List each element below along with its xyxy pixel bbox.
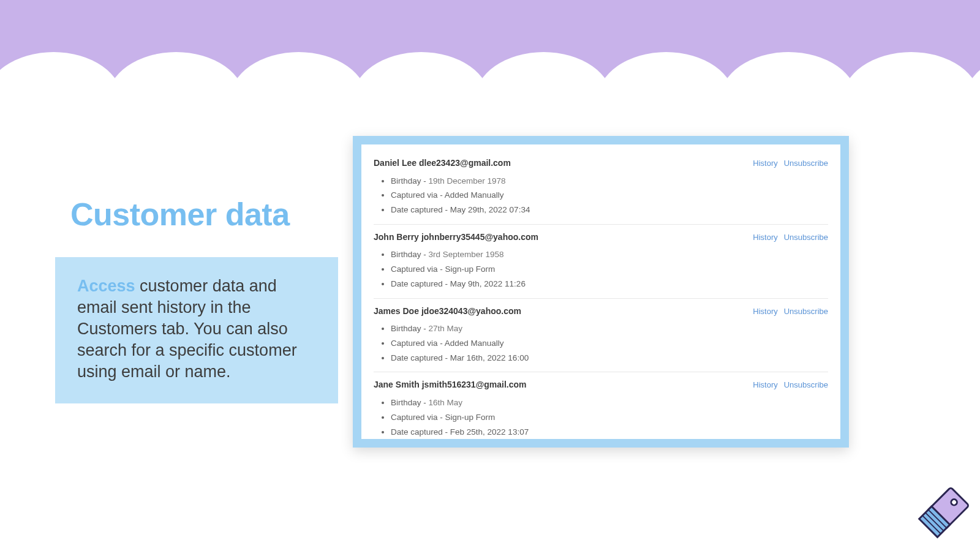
customer-birthday: Birthday - 19th December 1978	[391, 174, 828, 189]
customer-date-captured: Date captured - May 9th, 2022 11:26	[391, 277, 828, 292]
customer-date-captured: Date captured - Feb 25th, 2022 13:07	[391, 425, 828, 439]
customer-identity: John Berryjohnberry35445@yahoo.com	[374, 232, 538, 242]
unsubscribe-link[interactable]: Unsubscribe	[784, 307, 828, 316]
customer-list: Daniel Leedlee23423@gmail.comHistoryUnsu…	[361, 144, 840, 439]
customer-row: John Berryjohnberry35445@yahoo.comHistor…	[374, 225, 828, 299]
customer-email: jdoe324043@yahoo.com	[421, 306, 521, 316]
customer-captured-via: Captured via - Added Manually	[391, 336, 828, 351]
customer-date-captured: Date captured - May 29th, 2022 07:34	[391, 203, 828, 218]
price-tag-icon	[914, 484, 973, 542]
decorative-scallop-band	[0, 0, 980, 95]
customer-row: Jane Smithjsmith516231@gmail.comHistoryU…	[374, 372, 828, 439]
customer-captured-via: Captured via - Sign-up Form	[391, 410, 828, 425]
customer-name: Jane Smith	[374, 380, 420, 389]
page-title: Customer data	[70, 196, 290, 233]
unsubscribe-link[interactable]: Unsubscribe	[784, 380, 828, 389]
history-link[interactable]: History	[753, 307, 777, 316]
customer-row: James Doejdoe324043@yahoo.comHistoryUnsu…	[374, 299, 828, 373]
customer-email: johnberry35445@yahoo.com	[421, 232, 538, 242]
description-box: Access customer data and email sent hist…	[55, 257, 338, 403]
customer-birthday: Birthday - 3rd September 1958	[391, 248, 828, 263]
customer-date-captured: Date captured - Mar 16th, 2022 16:00	[391, 351, 828, 365]
customer-name: John Berry	[374, 232, 419, 242]
history-link[interactable]: History	[753, 159, 777, 168]
customer-row: Daniel Leedlee23423@gmail.comHistoryUnsu…	[374, 151, 828, 225]
customer-list-panel: Daniel Leedlee23423@gmail.comHistoryUnsu…	[353, 136, 849, 448]
customer-actions: HistoryUnsubscribe	[747, 159, 828, 168]
history-link[interactable]: History	[753, 233, 777, 242]
description-highlight: Access	[77, 277, 135, 295]
customer-actions: HistoryUnsubscribe	[747, 380, 828, 389]
customer-captured-via: Captured via - Added Manually	[391, 189, 828, 203]
customer-actions: HistoryUnsubscribe	[747, 307, 828, 316]
unsubscribe-link[interactable]: Unsubscribe	[784, 159, 828, 168]
unsubscribe-link[interactable]: Unsubscribe	[784, 233, 828, 242]
customer-birthday: Birthday - 27th May	[391, 322, 828, 337]
customer-name: Daniel Lee	[374, 158, 417, 168]
customer-email: dlee23423@gmail.com	[419, 158, 511, 168]
history-link[interactable]: History	[753, 380, 777, 389]
customer-identity: James Doejdoe324043@yahoo.com	[374, 306, 521, 316]
customer-identity: Jane Smithjsmith516231@gmail.com	[374, 380, 527, 389]
customer-name: James Doe	[374, 306, 419, 316]
customer-identity: Daniel Leedlee23423@gmail.com	[374, 158, 511, 168]
customer-captured-via: Captured via - Sign-up Form	[391, 263, 828, 277]
customer-birthday: Birthday - 16th May	[391, 395, 828, 410]
customer-actions: HistoryUnsubscribe	[747, 233, 828, 242]
customer-email: jsmith516231@gmail.com	[422, 380, 527, 389]
description-text: Access customer data and email sent hist…	[77, 276, 318, 383]
